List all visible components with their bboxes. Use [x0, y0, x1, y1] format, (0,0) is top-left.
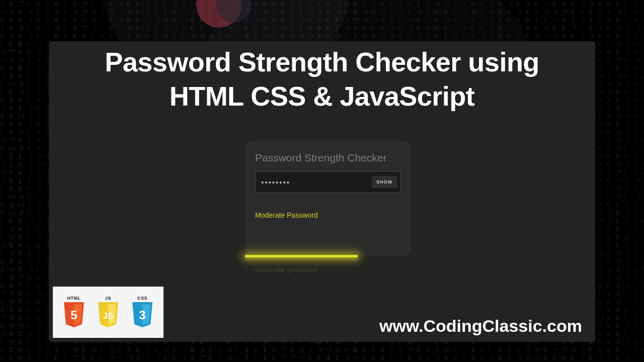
- password-checker-widget: Password Strength Checker •••••••• SHOW …: [245, 141, 411, 256]
- js-label: JS: [105, 296, 111, 301]
- page-title: Password Strength Checker using HTML CSS…: [49, 45, 595, 113]
- tech-badges: HTML 5 JS JS CSS: [53, 287, 164, 338]
- js-shield-icon: JS: [96, 301, 120, 329]
- footer-url: www.CodingClassic.com: [379, 316, 582, 336]
- password-input-row: •••••••• SHOW: [255, 171, 401, 193]
- checker-heading: Password Strength Checker: [255, 152, 401, 164]
- css3-badge: CSS 3: [130, 296, 154, 329]
- content-card: Password Strength Checker using HTML CSS…: [49, 41, 595, 342]
- css3-shield-icon: 3: [130, 301, 154, 329]
- title-line-2: HTML CSS & JavaScript: [49, 79, 595, 114]
- password-input[interactable]: ••••••••: [261, 178, 372, 187]
- svg-text:JS: JS: [103, 311, 114, 321]
- title-line-1: Password Strength Checker using: [49, 45, 595, 79]
- strength-label: Moderate Password: [255, 211, 401, 219]
- strength-label-reflection: Moderate Password: [255, 266, 318, 275]
- svg-text:5: 5: [70, 308, 77, 322]
- html5-label: HTML: [67, 296, 81, 301]
- css3-label: CSS: [137, 296, 147, 301]
- show-password-button[interactable]: SHOW: [372, 176, 397, 188]
- html5-badge: HTML 5: [62, 296, 86, 329]
- html5-shield-icon: 5: [62, 301, 86, 329]
- checker-reflection: Moderate Password: [245, 257, 411, 318]
- js-badge: JS JS: [96, 296, 120, 329]
- svg-text:3: 3: [139, 308, 145, 322]
- strength-bar-reflection: [245, 257, 358, 260]
